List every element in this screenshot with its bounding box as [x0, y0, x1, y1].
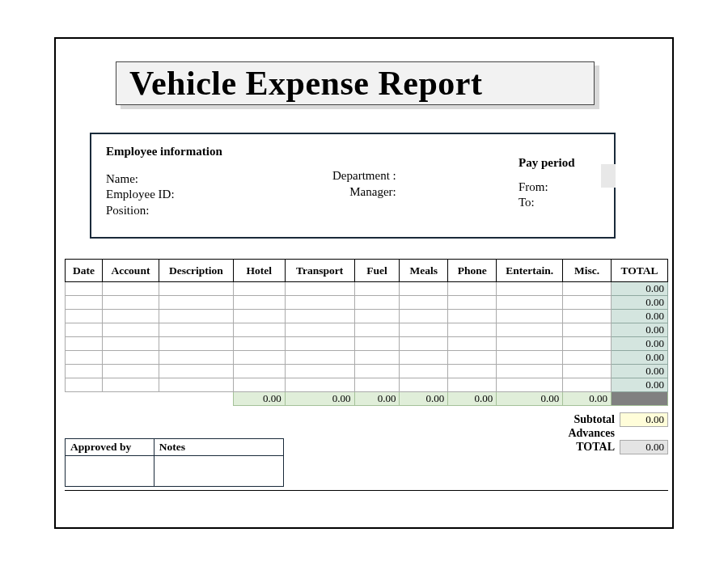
table-row[interactable]: 0.00	[66, 337, 668, 351]
expense-table: Date Account Description Hotel Transport…	[65, 259, 668, 406]
employee-id-label: Employee ID:	[106, 187, 222, 203]
notes-label: Notes	[154, 439, 283, 456]
col-total: TOTAL	[612, 260, 668, 282]
table-header-row: Date Account Description Hotel Transport…	[66, 260, 668, 282]
name-label: Name:	[106, 171, 222, 188]
sum-total	[612, 392, 668, 406]
table-row[interactable]: 0.00	[66, 323, 668, 337]
table-row[interactable]: 0.00	[66, 365, 668, 378]
notes-field[interactable]	[154, 456, 283, 487]
sum-meals: 0.00	[400, 392, 448, 406]
pay-period-heading: Pay period	[518, 155, 575, 171]
col-account: Account	[102, 260, 159, 282]
col-hotel: Hotel	[233, 260, 285, 282]
title-box: Vehicle Expense Report	[116, 61, 595, 105]
department-label: Department :	[332, 168, 396, 184]
table-row[interactable]: 0.00	[66, 378, 668, 392]
col-entertain: Entertain.	[497, 260, 563, 282]
col-fuel: Fuel	[354, 260, 400, 282]
row-total: 0.00	[612, 310, 668, 323]
approved-by-label: Approved by	[66, 439, 154, 456]
sum-transport: 0.00	[285, 392, 354, 406]
row-total: 0.00	[612, 337, 668, 351]
sum-entertain: 0.00	[497, 392, 563, 406]
subtotal-label: Subtotal	[555, 413, 620, 426]
subtotal-value: 0.00	[620, 412, 668, 427]
employee-info-box: Employee information Name: Employee ID: …	[90, 133, 616, 239]
approved-by-field[interactable]	[66, 456, 154, 487]
page-title: Vehicle Expense Report	[129, 64, 482, 103]
sum-phone: 0.00	[448, 392, 497, 406]
grand-total-label: TOTAL	[555, 441, 620, 454]
row-total: 0.00	[612, 296, 668, 310]
summary-block: Subtotal 0.00 Advances TOTAL 0.00	[555, 412, 668, 454]
manager-label: Manager:	[332, 184, 396, 201]
to-label: To:	[518, 195, 575, 211]
grand-total-value: 0.00	[620, 440, 668, 454]
table-row[interactable]: 0.00	[66, 282, 668, 296]
sum-fuel: 0.00	[354, 392, 400, 406]
col-transport: Transport	[285, 260, 354, 282]
col-date: Date	[66, 260, 103, 282]
sum-misc: 0.00	[563, 392, 612, 406]
table-row[interactable]: 0.00	[66, 310, 668, 323]
col-description: Description	[159, 260, 233, 282]
col-phone: Phone	[448, 260, 497, 282]
row-total: 0.00	[612, 282, 668, 296]
bottom-rule	[65, 490, 668, 491]
row-total: 0.00	[612, 378, 668, 392]
employee-info-heading: Employee information	[106, 144, 222, 160]
gray-stub	[601, 164, 616, 188]
col-misc: Misc.	[563, 260, 612, 282]
position-label: Position:	[106, 203, 222, 219]
row-total: 0.00	[612, 365, 668, 378]
approval-box: Approved by Notes	[65, 438, 284, 487]
column-sums-row: 0.00 0.00 0.00 0.00 0.00 0.00 0.00	[66, 392, 668, 406]
table-row[interactable]: 0.00	[66, 296, 668, 310]
sum-hotel: 0.00	[233, 392, 285, 406]
table-row[interactable]: 0.00	[66, 351, 668, 365]
row-total: 0.00	[612, 351, 668, 365]
from-label: From:	[518, 180, 575, 196]
col-meals: Meals	[400, 260, 448, 282]
row-total: 0.00	[612, 323, 668, 337]
advances-label: Advances	[555, 427, 620, 440]
